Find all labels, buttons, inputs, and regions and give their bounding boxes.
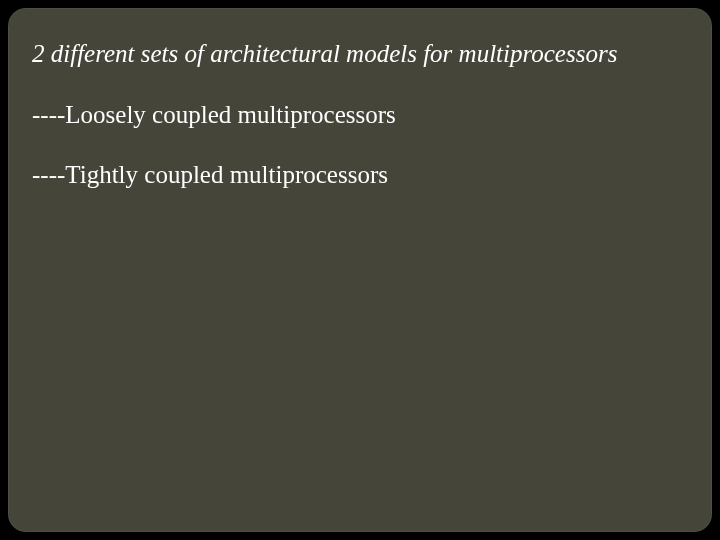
slide-panel: 2 different sets of architectural models… [8, 8, 712, 532]
bullet-tightly-coupled: ----Tightly coupled multiprocessors [32, 159, 688, 192]
bullet-loosely-coupled: ----Loosely coupled multiprocessors [32, 99, 688, 132]
slide-content: 2 different sets of architectural models… [32, 38, 688, 220]
slide-heading: 2 different sets of architectural models… [32, 38, 688, 71]
